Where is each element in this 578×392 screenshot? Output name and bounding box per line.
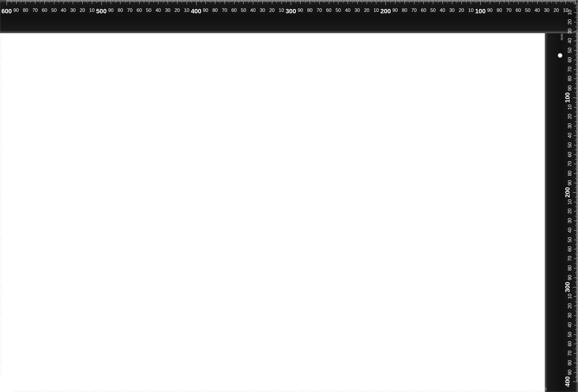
scale-label: 30 — [323, 383, 328, 389]
scale-label: 40 — [29, 383, 34, 389]
scale-label: 30 — [5, 155, 11, 161]
zero-label: 0 — [544, 387, 546, 391]
scale-label: 50 — [304, 383, 309, 389]
scale-label: 10 — [531, 383, 537, 389]
horizontal-inner-scale: 1020304050607080901001020304050607080902… — [0, 0, 578, 392]
scale-label: 20 — [5, 51, 11, 56]
horizontal-outer-scale: 1020304050607080901001020304050607080902… — [0, 0, 578, 392]
scale-label: 40 — [5, 70, 11, 75]
scale-label: 50 — [5, 363, 11, 369]
scale-label: 80 — [181, 383, 186, 389]
scale-label: 400 — [159, 381, 169, 389]
scale-label: 40 — [124, 383, 129, 389]
scale-label: 10 — [5, 231, 11, 236]
scale-label: 10 — [247, 383, 252, 389]
scale-label: 20 — [48, 383, 53, 389]
scale-label: 20 — [522, 383, 527, 389]
scale-label: 90 — [455, 383, 461, 389]
scale-label: 80 — [370, 383, 376, 389]
scale-label: 50 — [5, 79, 11, 85]
horizontal-arm — [0, 0, 578, 33]
scale-label: 50 — [399, 383, 404, 389]
scale-label: 20 — [427, 383, 432, 389]
scale-label: 500 — [64, 381, 75, 389]
scale-label: 80 — [86, 383, 91, 389]
scale-label: 50 — [493, 383, 499, 389]
scale-label: 10 — [5, 326, 11, 331]
scale-label: 300 — [254, 381, 264, 389]
scale-label: 60 — [199, 383, 205, 389]
scale-label: 70 — [474, 383, 480, 389]
scale-label: 90 — [5, 212, 11, 218]
scale-label: 90 — [76, 383, 82, 389]
scale-label: 30 — [418, 383, 423, 389]
scale-label: 70 — [5, 98, 11, 104]
scale-label: 10 — [342, 383, 347, 389]
scale-label: 30 — [5, 250, 11, 255]
scale-label: 90 — [5, 117, 11, 123]
scale-label: 30 — [5, 60, 11, 66]
scale-label: 20 — [143, 383, 148, 389]
scale-label: 70 — [285, 383, 290, 389]
scale-label: 40 — [503, 383, 508, 389]
scale-label: 30 — [228, 383, 234, 389]
scale-label: 40 — [5, 259, 11, 265]
scale-label: 60 — [5, 183, 11, 189]
scale-label: 20 — [5, 146, 11, 151]
scale-label: 50 — [5, 174, 11, 180]
hang-hole — [558, 53, 562, 58]
scale-label: 10 — [436, 383, 442, 389]
vertical-arm — [545, 0, 578, 392]
scale-label: 70 — [95, 383, 101, 389]
scale-label: 90 — [5, 307, 11, 312]
scale-label: 300 — [7, 314, 14, 324]
scale-label: 10 — [5, 42, 11, 47]
scale-label: 70 — [5, 193, 11, 198]
scale-label: 80 — [5, 108, 11, 113]
scale-label: 40 — [408, 383, 414, 389]
scale-label: 60 — [484, 383, 489, 389]
scale-label: 50 — [209, 383, 214, 389]
vertical-outer-scale: 1020304050607080901001020304050607080902… — [0, 0, 578, 392]
scale-label: 60 — [105, 383, 110, 389]
scale-label: 60 — [294, 383, 300, 389]
scale-label: 30 — [133, 383, 139, 389]
scale-label: 30 — [38, 383, 44, 389]
scale-label: 50 — [5, 269, 11, 274]
scale-label: 60 — [5, 89, 11, 94]
scale-label: 40 — [313, 383, 319, 389]
scale-label: 80 — [5, 297, 11, 303]
scale-label: 50 — [19, 383, 25, 389]
scale-label: 10 — [58, 383, 63, 389]
scale-label: 20 — [5, 335, 11, 341]
scale-label: 50 — [114, 383, 120, 389]
vertical-inner-scale: 1020304050607080901001020304050607080902… — [0, 0, 578, 392]
scale-label: 60 — [10, 383, 16, 389]
scale-label: 40 — [5, 354, 11, 359]
scale-label: 100 — [443, 381, 454, 389]
scale-label: 40 — [5, 165, 11, 170]
scale-label: 70 — [5, 288, 11, 293]
scale-label: 60 — [389, 383, 394, 389]
scale-label: 60 — [5, 278, 11, 284]
scale-label: 30 — [512, 383, 518, 389]
scale-label: 10 — [152, 383, 158, 389]
scale-label: 80 — [275, 383, 281, 389]
scale-label: 70 — [190, 383, 196, 389]
scale-label: 90 — [171, 383, 177, 389]
scale-label: 70 — [379, 383, 385, 389]
scale-label: 40 — [218, 383, 224, 389]
scale-label: 10 — [5, 136, 11, 142]
scale-label: 20 — [5, 240, 11, 246]
framing-square: ЭТМ 102030405060708090100102030405060708… — [0, 0, 578, 392]
scale-label: 90 — [361, 383, 366, 389]
scale-label: 60 — [5, 373, 11, 378]
scale-label: 200 — [7, 219, 14, 229]
scale-label: 100 — [7, 124, 14, 135]
scale-label: 80 — [465, 383, 470, 389]
unit-label: mm — [560, 34, 564, 40]
scale-label: 80 — [5, 202, 11, 208]
scale-label: 20 — [238, 383, 243, 389]
scale-label: 200 — [349, 381, 359, 389]
scale-label: 20 — [332, 383, 338, 389]
